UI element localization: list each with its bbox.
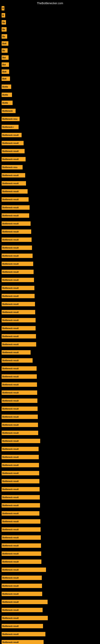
bar-visual: Bottleneck result xyxy=(1,205,30,210)
bar-label: Bottleneck result xyxy=(2,408,19,410)
bar-item: Bottleneck result xyxy=(1,374,37,379)
bar-item: B xyxy=(1,6,4,10)
bar-item: Bottleneck result xyxy=(1,286,34,290)
bar-label: Bottleneck result xyxy=(2,327,19,330)
bar-item: Bott xyxy=(1,70,9,74)
bar-visual: Bottleneck result xyxy=(1,254,33,258)
bar-label: Bottleneck xyxy=(2,110,13,112)
bar-label: Bottleneck result xyxy=(2,544,19,547)
bar-item: Bottleneck result xyxy=(1,624,43,628)
bar-visual: Bottleneck result xyxy=(1,640,44,644)
bar-visual: Bottleneck result xyxy=(1,632,46,636)
bar-item: Bottleneck result xyxy=(1,181,26,186)
bar-label: Bottleneck result xyxy=(2,247,19,249)
bar-visual: Bottleneck result xyxy=(1,286,34,290)
bar-label: Bottle xyxy=(2,102,8,104)
bar-item: Bottleneck result xyxy=(1,318,36,322)
bar-visual: Bottleneck result xyxy=(1,222,31,226)
bar-label: Bottleneck result xyxy=(2,593,19,595)
bar-item: Bottleneck result xyxy=(1,246,32,250)
bar-item: Bott xyxy=(1,41,8,46)
bar-visual: Bottleneck result xyxy=(1,414,38,419)
bar-item: Bottleneck result xyxy=(1,390,37,395)
bar-item: Bottleneck result xyxy=(1,334,36,338)
bar-item: Bottleneck result xyxy=(1,141,24,145)
bar-visual: Bottleneck result xyxy=(1,374,37,379)
bar-visual: Bottle xyxy=(1,100,13,105)
bar-visual: Bottleneck result xyxy=(1,149,25,153)
bar-visual: Bottleneck result xyxy=(1,213,29,218)
bar-label: Bottleneck result xyxy=(2,569,19,571)
bar-item: Bottleneck result xyxy=(1,230,31,234)
bar-label: Bottleneck result xyxy=(2,287,19,289)
bar-label: Bott xyxy=(2,78,6,80)
bar-item: Bottleneck result xyxy=(1,366,37,371)
bar-item: Bottle xyxy=(1,84,11,89)
bar-item: Bottleneck result xyxy=(1,487,40,492)
bar-item: Bottleneck result xyxy=(1,527,41,532)
bar-label: Bottleneck result xyxy=(2,601,19,603)
bar-visual: Bottleneck resu xyxy=(1,165,23,170)
bar-visual: Bottleneck result xyxy=(1,406,38,411)
bar-item: Bottleneck result xyxy=(1,189,28,194)
bar-label: Bottleneck result xyxy=(2,440,19,442)
bar-label: Bott xyxy=(2,42,6,45)
bar-visual: Bottleneck result xyxy=(1,616,48,620)
bar-item: Bottle xyxy=(1,100,13,105)
bar-label: Bottleneck result xyxy=(2,625,19,627)
bar-visual: Bottleneck result xyxy=(1,608,43,612)
bar-item: Bottleneck result xyxy=(1,342,36,346)
bar-item: Bott xyxy=(1,76,10,81)
bar-visual: Bott xyxy=(1,70,9,74)
bar-item: Bottleneck result xyxy=(1,511,39,516)
bar-item: Bottleneck result xyxy=(1,439,40,443)
bar-label: Bottleneck result xyxy=(2,488,19,490)
bar-visual: Bottleneck result xyxy=(1,342,36,346)
bar-visual: Bottleneck result xyxy=(1,584,42,588)
bar-label: Bottleneck result xyxy=(2,464,19,466)
bar-item: Bottleneck result xyxy=(1,568,46,572)
bar-item: Bottleneck r xyxy=(1,125,19,129)
bar-label: Bottleneck result xyxy=(2,609,19,611)
bar-visual: B xyxy=(1,13,5,18)
site-title: TheBottlenecker.com xyxy=(37,2,63,5)
bar-label: Bottleneck resu xyxy=(2,166,17,168)
bar-item: Bottleneck result xyxy=(1,519,40,524)
bar-item: Bottleneck result xyxy=(1,592,42,596)
bar-label: Bottleneck result xyxy=(2,424,19,426)
bar-label: Bottleneck result xyxy=(2,456,19,458)
bar-visual: B xyxy=(1,6,4,10)
bar-visual: Bottleneck result xyxy=(1,487,40,492)
bar-visual: Bottleneck result xyxy=(1,262,33,266)
bar-item: Bottleneck result xyxy=(1,560,41,564)
bar-item: Bo xyxy=(1,27,7,32)
bar-label: Bottleneck result xyxy=(2,343,19,346)
bar-label: Bottleneck result xyxy=(2,198,19,201)
bar-item: Bottleneck result xyxy=(1,197,29,202)
bar-label: Bottleneck result xyxy=(2,432,19,434)
bar-visual: Bottleneck result xyxy=(1,133,22,137)
bar-item: Bottleneck result xyxy=(1,463,39,467)
bar-visual: Bottleneck result xyxy=(1,398,37,403)
bar-visual: Bottleneck result xyxy=(1,535,41,540)
bar-item: Bottleneck result xyxy=(1,608,43,612)
bar-label: Bo xyxy=(2,28,5,30)
bar-item: Bottleneck result xyxy=(1,254,33,258)
bar-visual: Bottleneck result xyxy=(1,455,39,459)
bar-visual: Bo xyxy=(1,34,7,39)
bar-item: Bottleneck result xyxy=(1,205,30,210)
bar-visual: Bottleneck result xyxy=(1,511,39,516)
bar-item: Bo xyxy=(1,20,6,24)
bar-item: Bottleneck resu xyxy=(1,165,23,170)
bar-item: Bottleneck result xyxy=(1,358,33,363)
bar-visual: Bottleneck result xyxy=(1,246,32,250)
bar-item: Bottleneck result xyxy=(1,632,46,636)
bar-label: Bott xyxy=(2,71,6,73)
bar-visual: Bottleneck result xyxy=(1,463,39,467)
bar-label: Bottleneck result xyxy=(2,134,19,136)
bar-item: Bottleneck result xyxy=(1,447,39,451)
bar-label: Bottleneck result xyxy=(2,496,19,498)
bar-visual: Bottleneck result xyxy=(1,318,36,322)
bar-label: Bo xyxy=(2,36,5,38)
bar-label: Bot xyxy=(2,56,6,59)
